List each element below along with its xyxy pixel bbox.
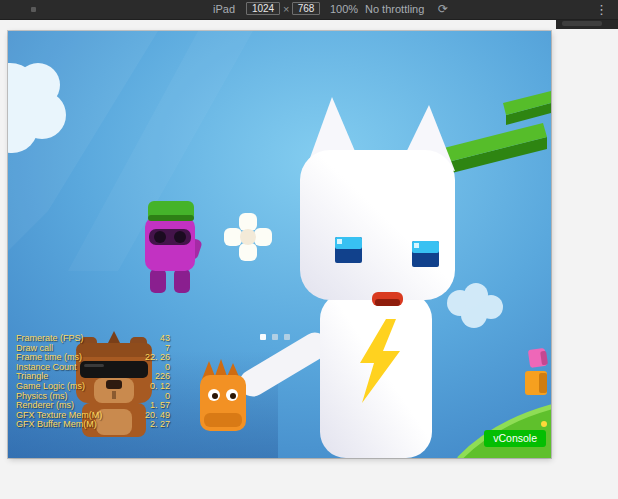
performance-stats-panel: Framerate (FPS) 43 Draw call 7 Frame tim… (16, 334, 170, 430)
device-toolbar: iPad × 100% No throttling ⟳ ⋮ (0, 0, 618, 20)
stat-label: GFX Buffer Mem(M) (16, 420, 97, 430)
vconsole-button[interactable]: vConsole (484, 430, 546, 447)
toolbar-left-icon[interactable] (31, 7, 36, 12)
carousel-dots (260, 334, 290, 340)
stat-value: 2. 27 (150, 420, 170, 430)
carousel-dot (284, 334, 290, 340)
scrollbar-corner (556, 19, 618, 29)
cat-mouth (372, 292, 403, 306)
scrollbar-thumb[interactable] (562, 21, 602, 26)
device-height-input[interactable] (292, 2, 320, 15)
dimension-separator: × (283, 0, 289, 19)
zoom-select[interactable]: 100% (330, 0, 358, 19)
cat-eye-right (412, 241, 439, 267)
more-options-icon[interactable]: ⋮ (595, 0, 608, 19)
rotate-icon[interactable]: ⟳ (438, 0, 448, 19)
cat-head (300, 150, 455, 300)
game-canvas[interactable]: Framerate (FPS) 43 Draw call 7 Frame tim… (8, 31, 551, 458)
device-select[interactable]: iPad (213, 0, 235, 19)
cat-eye-left (335, 237, 362, 263)
carousel-dot-active (260, 334, 266, 340)
device-width-input[interactable] (246, 2, 280, 15)
carousel-dot (272, 334, 278, 340)
stats-row: GFX Buffer Mem(M) 2. 27 (16, 420, 170, 430)
throttling-select[interactable]: No throttling (365, 0, 424, 19)
